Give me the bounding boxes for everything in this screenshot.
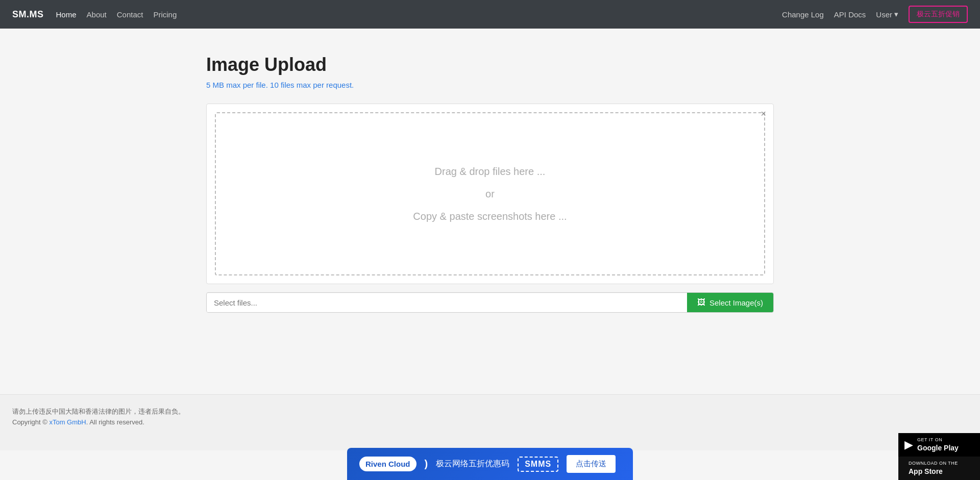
close-button[interactable]: × [761,109,766,118]
nav-pricing[interactable]: Pricing [153,10,177,19]
footer-copyright: Copyright © xTom GmbH. All rights reserv… [12,418,968,426]
promo-code: SMMS [518,457,558,472]
promo-nav-button[interactable]: 极云五折促销 [909,6,968,23]
nav-changelog[interactable]: Change Log [782,10,824,19]
main-content: Image Upload 5 MB max per file. 10 files… [194,29,786,333]
app-store-small-text: Download on the [909,461,958,467]
promo-arrow-icon: ) [425,458,428,470]
navbar: SM.MS Home About Contact Pricing Change … [0,0,980,29]
footer: 请勿上传违反中国大陆和香港法律的图片，违者后果自负。 Copyright © x… [0,394,980,450]
brand[interactable]: SM.MS [12,9,44,20]
dropzone[interactable]: Drag & drop files here ... or Copy & pas… [215,112,765,275]
app-store-badge[interactable]: Download on the App Store [898,457,980,480]
page-title: Image Upload [206,54,774,75]
google-play-small-text: GET IT ON [917,437,959,443]
select-images-button[interactable]: 🖼 Select Image(s) [687,293,773,312]
file-input[interactable] [207,293,687,312]
image-icon: 🖼 [697,298,705,307]
subtitle: 5 MB max per file. 10 files max per requ… [206,81,774,89]
google-play-icon: ▶ [904,438,913,451]
dropzone-text: Drag & drop files here ... or Copy & pas… [413,160,567,228]
app-store-large-text: App Store [909,467,958,476]
user-dropdown[interactable]: User ▾ [876,10,898,19]
file-select-row: 🖼 Select Image(s) [206,292,774,313]
select-btn-label: Select Image(s) [709,298,763,307]
upload-card: × Drag & drop files here ... or Copy & p… [206,104,774,284]
nav-contact[interactable]: Contact [117,10,143,19]
promo-banner: Riven Cloud ) 极云网络五折优惠码 SMMS 点击传送 [347,448,633,480]
nav-home[interactable]: Home [56,10,77,19]
google-play-badge[interactable]: ▶ GET IT ON Google Play [898,433,980,457]
nav-links: Home About Contact Pricing [56,10,177,19]
dropzone-line3: Copy & paste screenshots here ... [413,205,567,228]
promo-action-button[interactable]: 点击传送 [567,455,616,473]
promo-badge: Riven Cloud [359,457,416,471]
navbar-right: Change Log API Docs User ▾ 极云五折促销 [782,6,968,23]
footer-link[interactable]: xTom GmbH [49,418,86,426]
footer-warning: 请勿上传违反中国大陆和香港法律的图片，违者后果自负。 [12,407,968,416]
app-badges: ▶ GET IT ON Google Play Download on the … [898,433,980,480]
dropzone-line1: Drag & drop files here ... [413,160,567,183]
user-label: User [876,10,892,19]
dropzone-line2: or [413,183,567,205]
google-play-large-text: Google Play [917,443,959,452]
nav-about[interactable]: About [87,10,107,19]
chevron-down-icon: ▾ [894,10,898,19]
navbar-left: SM.MS Home About Contact Pricing [12,9,177,20]
promo-text: 极云网络五折优惠码 [436,459,509,469]
nav-api-docs[interactable]: API Docs [834,10,866,19]
